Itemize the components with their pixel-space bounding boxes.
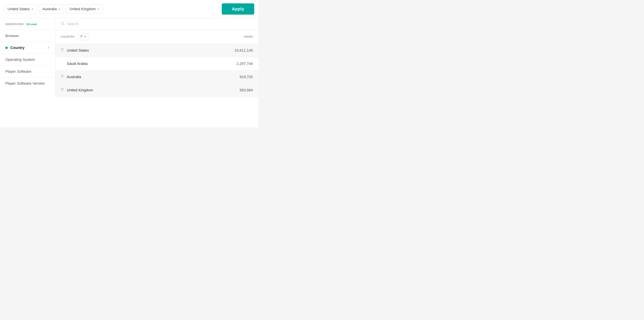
filter-tags-container: United States×Australia×United Kingdom× [4,4,220,14]
content-panel: COUNTRY VIEWS [55,18,258,97]
row-funnel-icon-united-states [61,48,64,53]
row-name-united-states: United States [67,48,89,53]
filter-tag-uk[interactable]: United Kingdom× [66,4,103,14]
row-left: Australia [61,75,81,79]
dimensions-label: DIMENSIONS [5,23,24,26]
filter-tag-us[interactable]: United States× [4,4,37,14]
sidebar-item-label: Player Software Version [5,81,45,86]
table-row-australia: Australia919,702 [55,70,258,84]
filter-tag-remove-us[interactable]: × [31,7,33,11]
row-left: United Kingdom [61,88,93,92]
sidebar-item-label: Player Software [5,69,31,74]
sidebar-item-country[interactable]: Country [0,42,55,54]
country-column-label: COUNTRY [61,35,75,38]
dropdown-chevron-icon [84,35,86,38]
sidebar-item-os[interactable]: Operating System [0,54,55,65]
table-row-united-kingdom: United Kingdom583,584 [55,84,258,97]
main-layout: DIMENSIONS 1/4 used BrowserCountry Opera… [0,18,258,97]
sidebar-item-player-software-version[interactable]: Player Software Version [0,77,55,89]
active-dot [5,47,8,49]
row-funnel-icon-australia [61,75,64,79]
sidebar-item-label: Operating System [5,57,35,62]
views-column-label: VIEWS [244,35,253,38]
table-header: COUNTRY VIEWS [55,30,258,44]
country-filter-dropdown[interactable] [78,34,89,40]
row-name-australia: Australia [67,75,81,79]
svg-line-1 [64,24,64,25]
filter-tag-label: Australia [42,7,57,11]
apply-button[interactable]: Apply [222,3,254,14]
filter-bar: United States×Australia×United Kingdom× … [0,0,258,18]
filter-tag-label: United States [8,7,30,11]
table-row-saudi-arabia: Saudi Arabia2,297,744 [55,57,258,70]
funnel-icon [80,35,83,38]
row-name-united-kingdom: United Kingdom [67,88,93,92]
row-funnel-icon-united-kingdom [61,88,64,92]
row-name-saudi-arabia: Saudi Arabia [67,61,88,66]
row-views-united-states: 10,611,145 [234,48,253,53]
filter-tag-label: United Kingdom [70,7,96,11]
search-icon [61,21,65,26]
data-rows-container: United States10,611,145Saudi Arabia2,297… [55,44,258,97]
sidebar-item-player-software[interactable]: Player Software [0,65,55,77]
filter-tag-remove-uk[interactable]: × [98,7,100,11]
sidebar-item-browser[interactable]: Browser [0,30,55,42]
filter-tag-remove-au[interactable]: × [58,7,60,11]
sidebar-item-label: Country [10,46,24,50]
row-views-saudi-arabia: 2,297,744 [236,61,253,66]
dimensions-used: 1/4 used [26,23,37,26]
search-bar [55,18,258,30]
filter-tag-au[interactable]: Australia× [39,4,64,14]
sidebar-items-container: BrowserCountry Operating SystemPlayer So… [0,30,55,89]
sidebar: DIMENSIONS 1/4 used BrowserCountry Opera… [0,18,55,97]
chevron-right-icon [48,46,50,50]
row-left: United States [61,48,89,53]
main-container: United States×Australia×United Kingdom× … [0,0,258,127]
row-views-australia: 919,702 [240,75,253,79]
row-views-united-kingdom: 583,584 [240,88,253,92]
table-row-united-states: United States10,611,145 [55,44,258,57]
column-country: COUNTRY [61,34,89,40]
dimensions-header: DIMENSIONS 1/4 used [0,18,55,30]
sidebar-item-label: Browser [5,34,19,38]
row-left: Saudi Arabia [61,61,88,66]
search-input[interactable] [67,22,253,26]
